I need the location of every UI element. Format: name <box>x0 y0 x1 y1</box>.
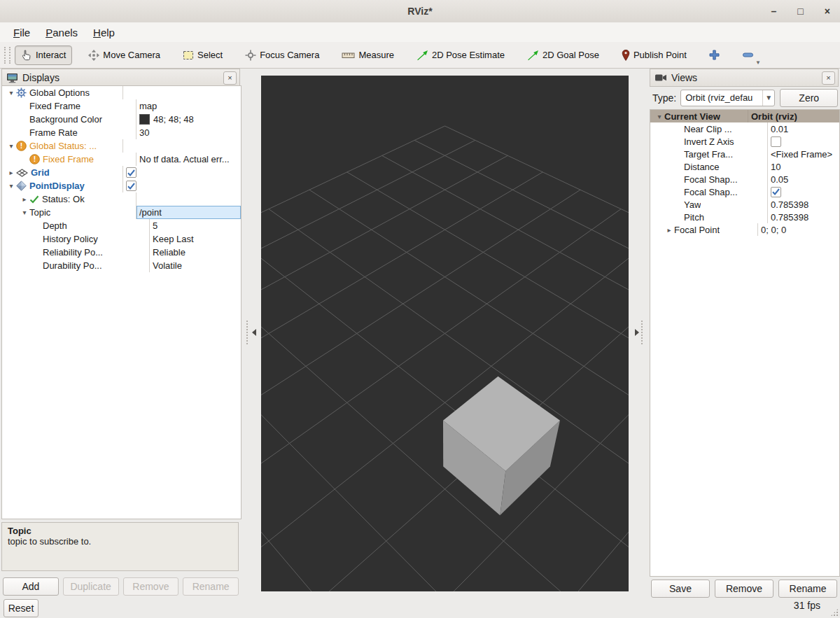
render-scene[interactable] <box>261 76 629 591</box>
close-button[interactable]: × <box>825 6 830 17</box>
views-close-icon[interactable]: × <box>822 71 835 85</box>
menu-panels[interactable]: Panels <box>38 24 85 41</box>
chevron-down-icon[interactable]: ▼ <box>755 59 761 66</box>
views-row[interactable]: ▾Current ViewOrbit (rviz) <box>650 110 839 122</box>
displays-row[interactable]: Reliability Po...Reliable <box>2 246 241 259</box>
views-row[interactable]: Pitch0.785398 <box>650 211 839 223</box>
tool-select[interactable]: Select <box>176 45 229 64</box>
views-row[interactable]: Target Fra...<Fixed Frame> <box>650 148 839 160</box>
tool-2d-pose-estimate[interactable]: 2D Pose Estimate <box>410 45 511 64</box>
titlebar[interactable]: RViz* – □ × <box>0 0 840 23</box>
tool-label: Select <box>197 50 223 60</box>
displays-row[interactable]: !Fixed FrameNo tf data. Actual err... <box>2 153 241 166</box>
displays-row[interactable]: ▸Grid <box>2 166 241 179</box>
displays-property-value[interactable] <box>122 166 241 179</box>
displays-property-value[interactable]: Volatile <box>149 259 241 272</box>
displays-row[interactable]: ▾PointDisplay <box>2 179 241 192</box>
reset-button[interactable]: Reset <box>4 599 38 617</box>
displays-property-value[interactable] <box>122 179 241 192</box>
tool-2d-goal-pose[interactable]: 2D Goal Pose <box>521 45 606 64</box>
tool-publish-point[interactable]: Publish Point <box>615 45 693 65</box>
views-row[interactable]: Invert Z Axis <box>650 135 839 148</box>
maximize-button[interactable]: □ <box>797 6 803 17</box>
views-property-value[interactable]: 0.05 <box>767 173 839 185</box>
tool-move-camera[interactable]: Move Camera <box>82 45 167 65</box>
checkbox-checked[interactable] <box>771 187 781 197</box>
tool-measure[interactable]: Measure <box>335 45 400 64</box>
displays-property-name: Status: Ok <box>42 194 85 204</box>
displays-row[interactable]: Fixed Framemap <box>2 99 241 113</box>
expander-open-icon[interactable]: ▾ <box>6 89 16 97</box>
expander-open-icon[interactable]: ▾ <box>6 142 16 150</box>
displays-property-value[interactable]: 30 <box>136 126 241 139</box>
resize-grip[interactable] <box>830 608 839 617</box>
displays-property-value[interactable] <box>136 192 241 206</box>
displays-row[interactable]: History PolicyKeep Last <box>2 232 241 246</box>
rename-button[interactable]: Rename <box>778 580 837 598</box>
displays-row[interactable]: Background Color48; 48; 48 <box>2 113 241 126</box>
views-property-value[interactable] <box>767 135 839 148</box>
displays-property-value[interactable]: map <box>136 99 241 113</box>
displays-row[interactable]: Frame Rate30 <box>2 126 241 139</box>
displays-panel-header[interactable]: Displays × <box>1 69 240 87</box>
views-row[interactable]: Near Clip ...0.01 <box>650 122 839 135</box>
view-type-combobox[interactable]: Orbit (rviz_defau ▼ <box>680 90 775 106</box>
displays-property-value[interactable]: 48; 48; 48 <box>136 113 241 126</box>
displays-row[interactable]: Durability Po...Volatile <box>2 259 241 272</box>
tool-focus-camera[interactable]: Focus Camera <box>239 45 326 65</box>
views-panel-header[interactable]: Views × <box>650 69 839 87</box>
splitter-dots[interactable] <box>641 321 645 344</box>
views-row[interactable]: ▸Focal Point0; 0; 0 <box>650 223 839 236</box>
views-row[interactable]: Distance10 <box>650 160 839 173</box>
menu-file[interactable]: File <box>6 24 38 41</box>
checkbox-unchecked[interactable] <box>771 136 781 147</box>
views-row[interactable]: Yaw0.785398 <box>650 198 839 211</box>
views-property-value[interactable]: 0; 0; 0 <box>757 223 839 236</box>
views-property-value[interactable]: 0.785398 <box>767 211 839 223</box>
views-property-value[interactable]: 10 <box>767 160 839 173</box>
remove-tool-button[interactable]: ▼ <box>736 45 760 64</box>
displays-property-value[interactable]: Keep Last <box>149 232 241 246</box>
toolbar-drag-handle[interactable] <box>4 47 10 64</box>
menu-help[interactable]: Help <box>85 24 122 41</box>
expander-closed-icon[interactable]: ▸ <box>664 226 674 234</box>
displays-property-value[interactable]: 5 <box>149 219 241 232</box>
displays-close-icon[interactable]: × <box>223 71 237 85</box>
views-property-value[interactable] <box>767 185 839 198</box>
collapse-left-icon[interactable] <box>251 328 257 337</box>
displays-property-value[interactable] <box>122 86 241 99</box>
expander-open-icon[interactable]: ▾ <box>6 182 16 190</box>
displays-property-value[interactable]: Reliable <box>149 246 241 259</box>
views-property-value[interactable]: Orbit (rviz) <box>748 110 839 122</box>
views-property-value[interactable]: <Fixed Frame> <box>767 148 839 160</box>
views-property-value[interactable]: 0.01 <box>767 122 839 135</box>
views-property-value[interactable]: 0.785398 <box>767 198 839 211</box>
zero-button[interactable]: Zero <box>780 89 838 107</box>
displays-property-value[interactable]: No tf data. Actual err... <box>136 153 241 166</box>
save-button[interactable]: Save <box>651 580 710 598</box>
move-arrows-icon <box>88 50 99 61</box>
collapse-right-icon[interactable] <box>634 328 640 337</box>
expander-open-icon[interactable]: ▾ <box>654 113 664 120</box>
displays-row[interactable]: Depth5 <box>2 219 241 232</box>
remove-button[interactable]: Remove <box>715 580 774 598</box>
tool-interact[interactable]: Interact <box>15 45 72 65</box>
add-tool-button[interactable] <box>703 45 726 64</box>
displays-row[interactable]: ▾Global Options <box>2 86 241 99</box>
displays-property-value[interactable]: /point <box>136 206 241 219</box>
minimize-button[interactable]: – <box>771 6 777 17</box>
displays-row[interactable]: ▾Topic/point <box>2 206 241 219</box>
expander-closed-icon[interactable]: ▸ <box>6 169 16 176</box>
3d-viewport[interactable] <box>261 76 629 591</box>
displays-property-value[interactable] <box>122 139 241 153</box>
checkbox-checked[interactable] <box>126 167 136 178</box>
displays-row[interactable]: ▾!Global Status: ... <box>2 139 241 153</box>
views-row[interactable]: Focal Shap... <box>650 185 839 198</box>
splitter-dots[interactable] <box>246 321 250 344</box>
views-row[interactable]: Focal Shap...0.05 <box>650 173 839 185</box>
add-button[interactable]: Add <box>3 577 59 596</box>
expander-open-icon[interactable]: ▾ <box>20 209 29 216</box>
checkbox-checked[interactable] <box>126 181 136 191</box>
expander-closed-icon[interactable]: ▸ <box>20 195 29 203</box>
displays-row[interactable]: ▸Status: Ok <box>2 192 241 206</box>
